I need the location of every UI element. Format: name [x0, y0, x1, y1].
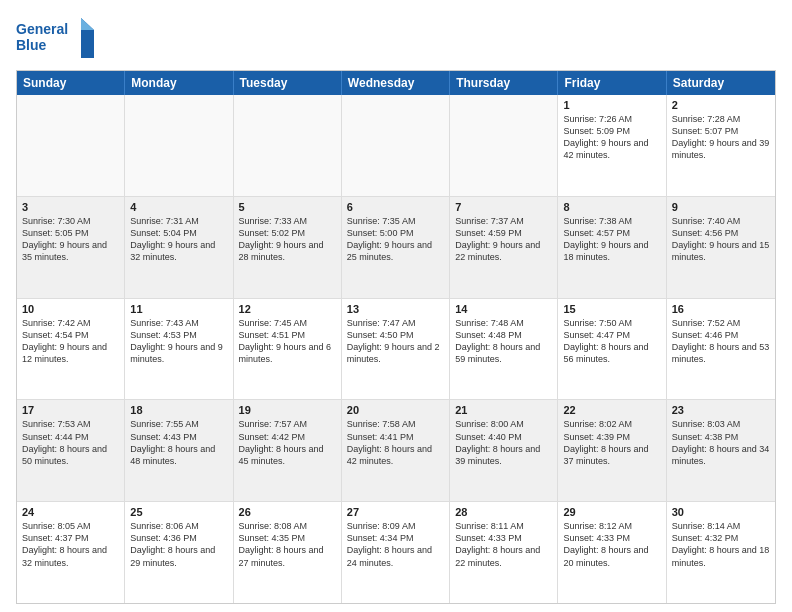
calendar-cell-empty-0-1: [125, 95, 233, 196]
weekday-header-saturday: Saturday: [667, 71, 775, 95]
calendar-cell-16: 16Sunrise: 7:52 AMSunset: 4:46 PMDayligh…: [667, 299, 775, 400]
calendar-cell-20: 20Sunrise: 7:58 AMSunset: 4:41 PMDayligh…: [342, 400, 450, 501]
day-number: 16: [672, 303, 770, 315]
logo-svg: General Blue: [16, 16, 96, 60]
day-info: Sunrise: 8:08 AMSunset: 4:35 PMDaylight:…: [239, 520, 336, 569]
day-number: 15: [563, 303, 660, 315]
day-info: Sunrise: 7:37 AMSunset: 4:59 PMDaylight:…: [455, 215, 552, 264]
calendar-cell-29: 29Sunrise: 8:12 AMSunset: 4:33 PMDayligh…: [558, 502, 666, 603]
day-number: 25: [130, 506, 227, 518]
day-info: Sunrise: 7:42 AMSunset: 4:54 PMDaylight:…: [22, 317, 119, 366]
svg-text:Blue: Blue: [16, 37, 47, 53]
day-number: 26: [239, 506, 336, 518]
svg-marker-3: [81, 18, 94, 30]
calendar-row-5: 24Sunrise: 8:05 AMSunset: 4:37 PMDayligh…: [17, 502, 775, 603]
day-number: 3: [22, 201, 119, 213]
calendar-cell-7: 7Sunrise: 7:37 AMSunset: 4:59 PMDaylight…: [450, 197, 558, 298]
day-number: 1: [563, 99, 660, 111]
calendar-cell-25: 25Sunrise: 8:06 AMSunset: 4:36 PMDayligh…: [125, 502, 233, 603]
day-info: Sunrise: 7:58 AMSunset: 4:41 PMDaylight:…: [347, 418, 444, 467]
calendar-cell-17: 17Sunrise: 7:53 AMSunset: 4:44 PMDayligh…: [17, 400, 125, 501]
calendar-cell-27: 27Sunrise: 8:09 AMSunset: 4:34 PMDayligh…: [342, 502, 450, 603]
day-number: 23: [672, 404, 770, 416]
day-number: 18: [130, 404, 227, 416]
calendar-cell-empty-0-3: [342, 95, 450, 196]
calendar-cell-11: 11Sunrise: 7:43 AMSunset: 4:53 PMDayligh…: [125, 299, 233, 400]
day-number: 9: [672, 201, 770, 213]
day-number: 17: [22, 404, 119, 416]
logo: General Blue: [16, 16, 96, 60]
day-info: Sunrise: 8:06 AMSunset: 4:36 PMDaylight:…: [130, 520, 227, 569]
calendar-cell-14: 14Sunrise: 7:48 AMSunset: 4:48 PMDayligh…: [450, 299, 558, 400]
calendar-body: 1Sunrise: 7:26 AMSunset: 5:09 PMDaylight…: [17, 95, 775, 603]
weekday-header-monday: Monday: [125, 71, 233, 95]
day-number: 6: [347, 201, 444, 213]
day-info: Sunrise: 7:43 AMSunset: 4:53 PMDaylight:…: [130, 317, 227, 366]
day-number: 24: [22, 506, 119, 518]
day-info: Sunrise: 8:00 AMSunset: 4:40 PMDaylight:…: [455, 418, 552, 467]
day-info: Sunrise: 7:53 AMSunset: 4:44 PMDaylight:…: [22, 418, 119, 467]
header: General Blue: [16, 16, 776, 60]
day-number: 10: [22, 303, 119, 315]
day-info: Sunrise: 7:33 AMSunset: 5:02 PMDaylight:…: [239, 215, 336, 264]
day-info: Sunrise: 7:38 AMSunset: 4:57 PMDaylight:…: [563, 215, 660, 264]
day-number: 5: [239, 201, 336, 213]
calendar-cell-18: 18Sunrise: 7:55 AMSunset: 4:43 PMDayligh…: [125, 400, 233, 501]
calendar-cell-24: 24Sunrise: 8:05 AMSunset: 4:37 PMDayligh…: [17, 502, 125, 603]
weekday-header-friday: Friday: [558, 71, 666, 95]
day-number: 30: [672, 506, 770, 518]
calendar-cell-28: 28Sunrise: 8:11 AMSunset: 4:33 PMDayligh…: [450, 502, 558, 603]
day-number: 22: [563, 404, 660, 416]
day-number: 13: [347, 303, 444, 315]
day-number: 19: [239, 404, 336, 416]
weekday-header-tuesday: Tuesday: [234, 71, 342, 95]
calendar-cell-26: 26Sunrise: 8:08 AMSunset: 4:35 PMDayligh…: [234, 502, 342, 603]
day-info: Sunrise: 8:12 AMSunset: 4:33 PMDaylight:…: [563, 520, 660, 569]
day-info: Sunrise: 8:14 AMSunset: 4:32 PMDaylight:…: [672, 520, 770, 569]
day-info: Sunrise: 8:11 AMSunset: 4:33 PMDaylight:…: [455, 520, 552, 569]
calendar: SundayMondayTuesdayWednesdayThursdayFrid…: [16, 70, 776, 604]
day-info: Sunrise: 7:26 AMSunset: 5:09 PMDaylight:…: [563, 113, 660, 162]
day-info: Sunrise: 7:57 AMSunset: 4:42 PMDaylight:…: [239, 418, 336, 467]
day-number: 2: [672, 99, 770, 111]
day-info: Sunrise: 7:48 AMSunset: 4:48 PMDaylight:…: [455, 317, 552, 366]
calendar-cell-13: 13Sunrise: 7:47 AMSunset: 4:50 PMDayligh…: [342, 299, 450, 400]
day-info: Sunrise: 8:09 AMSunset: 4:34 PMDaylight:…: [347, 520, 444, 569]
calendar-cell-23: 23Sunrise: 8:03 AMSunset: 4:38 PMDayligh…: [667, 400, 775, 501]
day-info: Sunrise: 7:28 AMSunset: 5:07 PMDaylight:…: [672, 113, 770, 162]
calendar-cell-3: 3Sunrise: 7:30 AMSunset: 5:05 PMDaylight…: [17, 197, 125, 298]
calendar-cell-22: 22Sunrise: 8:02 AMSunset: 4:39 PMDayligh…: [558, 400, 666, 501]
day-info: Sunrise: 7:40 AMSunset: 4:56 PMDaylight:…: [672, 215, 770, 264]
day-number: 29: [563, 506, 660, 518]
calendar-cell-1: 1Sunrise: 7:26 AMSunset: 5:09 PMDaylight…: [558, 95, 666, 196]
calendar-row-2: 3Sunrise: 7:30 AMSunset: 5:05 PMDaylight…: [17, 197, 775, 299]
calendar-row-4: 17Sunrise: 7:53 AMSunset: 4:44 PMDayligh…: [17, 400, 775, 502]
day-info: Sunrise: 7:45 AMSunset: 4:51 PMDaylight:…: [239, 317, 336, 366]
calendar-cell-empty-0-2: [234, 95, 342, 196]
day-info: Sunrise: 8:02 AMSunset: 4:39 PMDaylight:…: [563, 418, 660, 467]
day-info: Sunrise: 7:30 AMSunset: 5:05 PMDaylight:…: [22, 215, 119, 264]
calendar-row-3: 10Sunrise: 7:42 AMSunset: 4:54 PMDayligh…: [17, 299, 775, 401]
day-number: 27: [347, 506, 444, 518]
day-number: 11: [130, 303, 227, 315]
calendar-cell-10: 10Sunrise: 7:42 AMSunset: 4:54 PMDayligh…: [17, 299, 125, 400]
calendar-cell-15: 15Sunrise: 7:50 AMSunset: 4:47 PMDayligh…: [558, 299, 666, 400]
weekday-header-thursday: Thursday: [450, 71, 558, 95]
calendar-cell-2: 2Sunrise: 7:28 AMSunset: 5:07 PMDaylight…: [667, 95, 775, 196]
day-number: 20: [347, 404, 444, 416]
day-number: 14: [455, 303, 552, 315]
calendar-cell-12: 12Sunrise: 7:45 AMSunset: 4:51 PMDayligh…: [234, 299, 342, 400]
weekday-header-wednesday: Wednesday: [342, 71, 450, 95]
weekday-header-sunday: Sunday: [17, 71, 125, 95]
calendar-cell-empty-0-0: [17, 95, 125, 196]
day-info: Sunrise: 8:05 AMSunset: 4:37 PMDaylight:…: [22, 520, 119, 569]
day-info: Sunrise: 7:52 AMSunset: 4:46 PMDaylight:…: [672, 317, 770, 366]
calendar-row-1: 1Sunrise: 7:26 AMSunset: 5:09 PMDaylight…: [17, 95, 775, 197]
calendar-cell-8: 8Sunrise: 7:38 AMSunset: 4:57 PMDaylight…: [558, 197, 666, 298]
day-number: 28: [455, 506, 552, 518]
calendar-cell-21: 21Sunrise: 8:00 AMSunset: 4:40 PMDayligh…: [450, 400, 558, 501]
calendar-cell-5: 5Sunrise: 7:33 AMSunset: 5:02 PMDaylight…: [234, 197, 342, 298]
calendar-cell-9: 9Sunrise: 7:40 AMSunset: 4:56 PMDaylight…: [667, 197, 775, 298]
calendar-header: SundayMondayTuesdayWednesdayThursdayFrid…: [17, 71, 775, 95]
calendar-cell-6: 6Sunrise: 7:35 AMSunset: 5:00 PMDaylight…: [342, 197, 450, 298]
